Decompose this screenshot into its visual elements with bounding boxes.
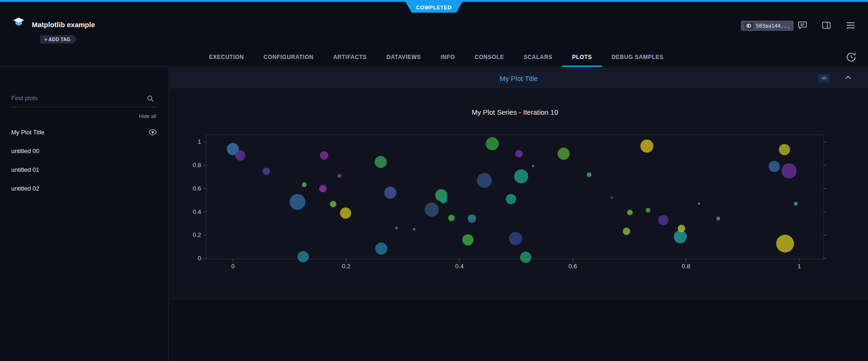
plot-list-item-untitled-02[interactable]: untitled 02 bbox=[0, 179, 168, 198]
tabs: EXECUTION CONFIGURATION ARTIFACTS DATAVI… bbox=[199, 47, 673, 67]
search-icon[interactable] bbox=[146, 94, 155, 103]
tab-info[interactable]: INFO bbox=[431, 47, 465, 67]
plot-item-label: My Plot Title bbox=[11, 129, 44, 136]
svg-text:1: 1 bbox=[198, 138, 201, 145]
svg-text:1: 1 bbox=[797, 263, 801, 270]
svg-text:0.6: 0.6 bbox=[193, 185, 201, 192]
experiment-id-badge[interactable]: ID 503aa144... bbox=[741, 21, 794, 31]
tab-execution[interactable]: EXECUTION bbox=[199, 47, 254, 67]
app-window: COMPLETED Matplotlib example + ADD TAG I… bbox=[0, 0, 868, 361]
svg-text:0.8: 0.8 bbox=[682, 263, 690, 270]
svg-text:0.2: 0.2 bbox=[193, 231, 201, 238]
tab-artifacts[interactable]: ARTIFACTS bbox=[323, 47, 376, 67]
scatter-plot[interactable]: 00.20.40.60.8100.20.40.60.81 bbox=[169, 88, 868, 299]
plot-list-item-untitled-00[interactable]: untitled 00 bbox=[0, 141, 168, 160]
plot-panel-title: My Plot Title bbox=[169, 68, 868, 88]
id-label: ID bbox=[745, 23, 753, 29]
tab-scalars[interactable]: SCALARS bbox=[514, 47, 563, 67]
panel-layout-icon[interactable] bbox=[821, 20, 832, 30]
svg-text:0.2: 0.2 bbox=[342, 263, 350, 270]
app-logo-icon bbox=[12, 16, 25, 29]
svg-text:0: 0 bbox=[198, 255, 201, 262]
plot-list-item-untitled-01[interactable]: untitled 01 bbox=[0, 160, 168, 179]
collapse-panel-icon[interactable] bbox=[843, 73, 853, 83]
svg-text:0.6: 0.6 bbox=[569, 263, 577, 270]
plot-item-label: untitled 01 bbox=[11, 166, 39, 173]
svg-text:0.8: 0.8 bbox=[193, 162, 201, 169]
plots-sidebar: Hide all My Plot Title untitled 00 untit… bbox=[0, 67, 169, 361]
hide-all-link[interactable]: Hide all bbox=[139, 113, 156, 119]
svg-text:0: 0 bbox=[231, 263, 234, 270]
tab-debug-samples[interactable]: DEBUG SAMPLES bbox=[602, 47, 673, 67]
plot-panel-header: My Plot Title </> bbox=[169, 68, 868, 88]
top-accent-line bbox=[0, 0, 868, 2]
auto-refresh-icon[interactable] bbox=[846, 52, 857, 63]
comment-icon[interactable] bbox=[797, 20, 808, 30]
svg-text:0.4: 0.4 bbox=[193, 208, 201, 215]
tab-console[interactable]: CONSOLE bbox=[465, 47, 514, 67]
menu-icon[interactable] bbox=[846, 20, 856, 30]
search-input[interactable] bbox=[11, 91, 157, 107]
plot-list: My Plot Title untitled 00 untitled 01 un… bbox=[0, 123, 168, 198]
id-value: 503aa144... bbox=[756, 23, 790, 29]
tab-plots[interactable]: PLOTS bbox=[562, 47, 602, 67]
svg-text:0.4: 0.4 bbox=[455, 263, 463, 270]
code-view-icon[interactable]: </> bbox=[818, 74, 830, 82]
tab-dataviews[interactable]: DATAVIEWS bbox=[376, 47, 431, 67]
experiment-title: Matplotlib example bbox=[32, 21, 95, 29]
add-tag-button[interactable]: + ADD TAG bbox=[40, 35, 77, 44]
tab-bar: EXECUTION CONFIGURATION ARTIFACTS DATAVI… bbox=[0, 47, 868, 67]
plot-list-item-my-plot-title[interactable]: My Plot Title bbox=[0, 123, 168, 141]
plot-item-label: untitled 02 bbox=[11, 185, 39, 192]
status-badge: COMPLETED bbox=[405, 2, 463, 13]
plot-item-label: untitled 00 bbox=[11, 147, 39, 155]
plot-area: My Plot Series - Iteration 10 00.20.40.6… bbox=[169, 88, 868, 299]
search-field bbox=[11, 91, 157, 107]
eye-icon[interactable] bbox=[148, 128, 157, 137]
tab-configuration[interactable]: CONFIGURATION bbox=[254, 47, 324, 67]
